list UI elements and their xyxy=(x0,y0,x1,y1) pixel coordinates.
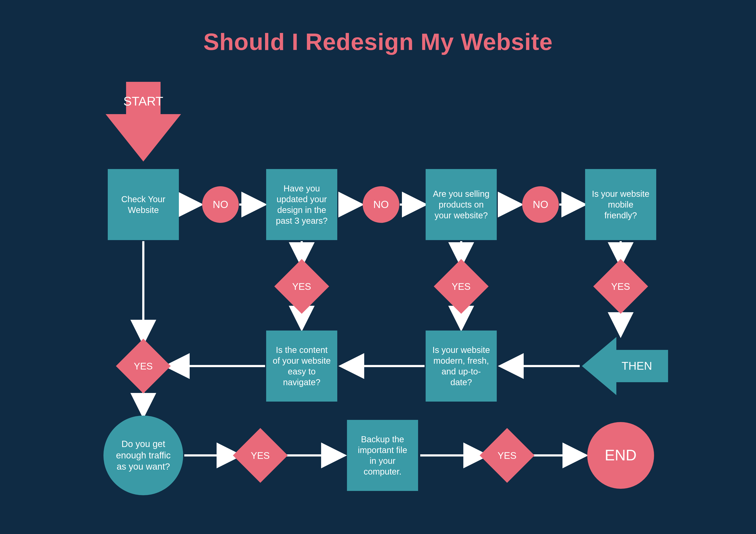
no-3: NO xyxy=(522,186,559,223)
box-selling: Are you selling products on your website… xyxy=(426,169,497,240)
box-mobile: Is your website mobile friendly? xyxy=(585,169,656,240)
box-modern: Is your website modern, fresh, and up-to… xyxy=(426,331,497,402)
yes-4: YES xyxy=(233,428,288,483)
no-1: NO xyxy=(202,186,239,223)
start-arrow: START xyxy=(106,82,181,162)
yes-left: YES xyxy=(116,339,171,394)
start-label: START xyxy=(123,94,163,108)
no-2: NO xyxy=(363,186,399,223)
yes-2: YES xyxy=(434,259,489,314)
box-check: Check Your Website xyxy=(108,169,179,240)
yes-3: YES xyxy=(593,259,648,314)
circle-traffic: Do you get enough traffic as you want? xyxy=(103,416,183,495)
then-arrow: THEN xyxy=(582,337,668,395)
yes-5: YES xyxy=(480,428,535,483)
yes-1: YES xyxy=(274,259,329,314)
box-backup: Backup the important file in your comput… xyxy=(347,420,418,491)
then-label: THEN xyxy=(622,360,652,372)
box-navigate: Is the content of your website easy to n… xyxy=(266,331,337,402)
box-updated: Have you updated your design in the past… xyxy=(266,169,337,240)
circle-end: END xyxy=(587,422,654,489)
page-title: Should I Redesign My Website xyxy=(0,28,756,55)
